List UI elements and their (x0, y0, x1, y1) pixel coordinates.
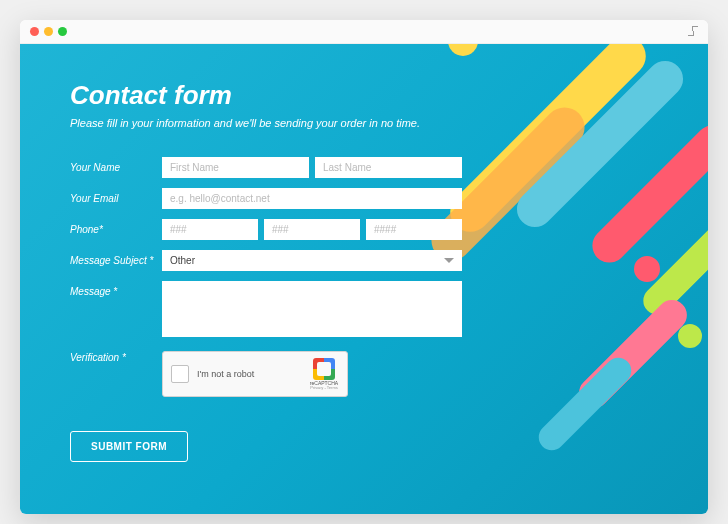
field-phone: Phone* (70, 219, 658, 240)
recaptcha-checkbox[interactable] (171, 365, 189, 383)
page-subtitle: Please fill in your information and we'l… (70, 117, 658, 129)
phone-part2-input[interactable] (264, 219, 360, 240)
maximize-icon[interactable] (58, 27, 67, 36)
email-label: Your Email (70, 188, 162, 204)
recaptcha-text: I'm not a robot (197, 369, 301, 379)
field-name: Your Name (70, 157, 658, 178)
subject-select[interactable]: Other (162, 250, 462, 271)
recaptcha-icon (313, 358, 335, 380)
browser-window: Contact form Please fill in your informa… (20, 20, 708, 514)
window-controls (30, 27, 67, 36)
field-email: Your Email (70, 188, 658, 209)
minimize-icon[interactable] (44, 27, 53, 36)
phone-label: Phone* (70, 219, 162, 235)
page-title: Contact form (70, 80, 658, 111)
phone-part3-input[interactable] (366, 219, 462, 240)
email-input[interactable] (162, 188, 462, 209)
message-label: Message * (70, 281, 162, 297)
verification-label: Verification * (70, 347, 162, 363)
recaptcha-logo: reCAPTCHA Privacy - Terms (309, 358, 339, 390)
field-verification: Verification * I'm not a robot reCAPTCHA… (70, 347, 658, 397)
message-textarea[interactable] (162, 281, 462, 337)
page-viewport: Contact form Please fill in your informa… (20, 44, 708, 514)
field-subject: Message Subject * Other (70, 250, 658, 271)
recaptcha-widget[interactable]: I'm not a robot reCAPTCHA Privacy - Term… (162, 351, 348, 397)
last-name-input[interactable] (315, 157, 462, 178)
subject-label: Message Subject * (70, 250, 162, 266)
phone-part1-input[interactable] (162, 219, 258, 240)
form-content: Contact form Please fill in your informa… (20, 44, 708, 496)
first-name-input[interactable] (162, 157, 309, 178)
field-message: Message * (70, 281, 658, 337)
name-label: Your Name (70, 157, 162, 173)
close-icon[interactable] (30, 27, 39, 36)
browser-titlebar (20, 20, 708, 44)
submit-button[interactable]: SUBMIT FORM (70, 431, 188, 462)
expand-icon[interactable] (688, 26, 698, 36)
